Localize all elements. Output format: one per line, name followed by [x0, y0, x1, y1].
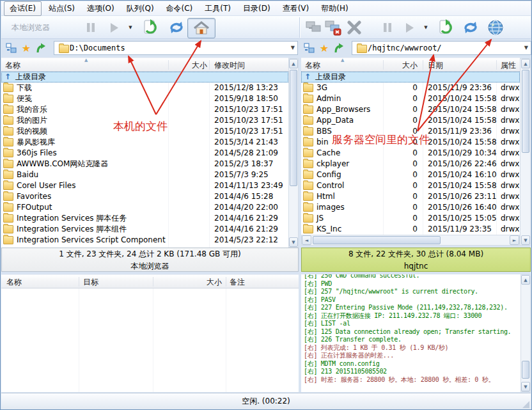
- log-scrollbar[interactable]: ▲ ▼: [520, 274, 531, 392]
- start-transfer-button[interactable]: [106, 18, 121, 37]
- remote-compare-icon[interactable]: [303, 42, 316, 54]
- file-row[interactable]: ↑上级目录: [1, 72, 288, 83]
- log-panel[interactable]: [右] 250 CWD command successful.[右] PWD[右…: [301, 274, 520, 392]
- menu-item[interactable]: 帮助(H): [316, 2, 353, 15]
- disconnect-site-button[interactable]: [324, 18, 343, 37]
- chevron-down-icon[interactable]: ▼: [291, 45, 295, 51]
- file-row[interactable]: images02015/10/26 16:40drwx: [301, 202, 520, 213]
- local-file-list[interactable]: ↑上级目录下载2015/12/8 13:23便笺2015/9/18 18:50我…: [1, 72, 288, 248]
- file-row[interactable]: Control02015/10/24 15:58drwx: [301, 180, 520, 191]
- local-compare-icon[interactable]: [5, 42, 18, 54]
- column-header[interactable]: 属性: [501, 60, 516, 71]
- column-header[interactable]: 名称: [305, 60, 320, 71]
- local-list-scrollbar[interactable]: ▲ ▼: [288, 58, 299, 248]
- file-row[interactable]: Integration Services 脚本任务2014/4/16 21:29: [1, 213, 288, 224]
- column-header[interactable]: 日期: [428, 60, 443, 71]
- file-row[interactable]: Favorites2014/4/6 15:28: [1, 191, 288, 202]
- column-header[interactable]: 大小: [174, 60, 207, 71]
- scroll-up-icon[interactable]: ▲: [521, 275, 530, 285]
- file-row[interactable]: App_Browsers02015/10/24 15:58drwx: [301, 104, 520, 115]
- file-row[interactable]: Baidu2015/7/3 9:25: [1, 170, 288, 180]
- file-row[interactable]: Corel User Files2014/11/13 23:49: [1, 180, 288, 191]
- menu-item[interactable]: 队列(Q): [121, 2, 159, 15]
- scroll-right-icon[interactable]: ►: [510, 235, 519, 245]
- file-row[interactable]: KS_Inc02015/11/9 23:35drwx: [301, 224, 520, 235]
- scroll-down-icon[interactable]: ▼: [289, 237, 298, 247]
- remote-transfer-button[interactable]: [436, 18, 458, 37]
- folder-icon: [3, 138, 13, 146]
- scroll-down-icon[interactable]: ▼: [521, 382, 530, 391]
- remote-browser-button[interactable]: [485, 18, 506, 37]
- menu-item[interactable]: 目录(D): [238, 2, 276, 15]
- local-path-combobox[interactable]: D:\Documents ▼: [54, 41, 298, 55]
- scrollbar-thumb[interactable]: [522, 70, 529, 153]
- file-row[interactable]: App_Data02015/10/24 15:58drwx: [301, 115, 520, 126]
- file-size: 0: [384, 180, 418, 191]
- menu-item[interactable]: 站点(S): [43, 2, 80, 15]
- transfer-queue-button[interactable]: [141, 18, 162, 37]
- file-row[interactable]: JS02015/10/25 15:05drwx: [301, 213, 520, 224]
- pause-queue-button[interactable]: [83, 18, 98, 37]
- local-up-dir-icon[interactable]: [35, 42, 47, 54]
- file-row[interactable]: 3G02015/11/9 23:36drwx: [301, 83, 520, 93]
- remote-path-combobox[interactable]: /hqjtnc/wwwroot/ ▼: [352, 41, 531, 55]
- queue-header[interactable]: 名称目标大小备注: [1, 274, 299, 288]
- remote-hscrollbar[interactable]: ◄ ►: [301, 235, 520, 246]
- column-header[interactable]: 备注: [230, 277, 245, 288]
- file-row[interactable]: FFOutput2014/4/20 22:00: [1, 202, 288, 213]
- menu-item[interactable]: 工具(T): [199, 2, 236, 15]
- scroll-up-icon[interactable]: ▲: [289, 59, 298, 68]
- remote-file-list[interactable]: ↑上级目录3G02015/11/9 23:36drwxAdmin02015/10…: [301, 72, 520, 235]
- scrollbar-thumb[interactable]: [313, 236, 441, 244]
- remote-list-scrollbar[interactable]: ▲ ▼: [520, 58, 531, 246]
- local-favorites-icon[interactable]: ★: [20, 42, 33, 54]
- abort-button[interactable]: [344, 18, 364, 37]
- column-header[interactable]: 目标: [83, 277, 98, 288]
- column-header[interactable]: 大小: [180, 277, 222, 288]
- file-row[interactable]: 暴风影视库2015/3/14 21:43: [1, 137, 288, 148]
- menu-item[interactable]: 查看(V): [278, 2, 315, 15]
- scroll-up-icon[interactable]: ▲: [521, 59, 530, 68]
- file-row[interactable]: Cache02015/10/29 10:34drwx: [301, 148, 520, 159]
- refresh-local-button[interactable]: [166, 18, 187, 37]
- column-header[interactable]: 名称: [5, 60, 20, 71]
- column-header[interactable]: 名称: [6, 277, 22, 288]
- column-header[interactable]: 大小: [384, 60, 418, 71]
- file-row[interactable]: Integration Services Script Component201…: [1, 235, 288, 246]
- scrollbar-thumb[interactable]: [522, 361, 529, 379]
- remote-favorites-icon[interactable]: ★: [318, 42, 331, 54]
- remote-transfer-dropdown[interactable]: ▼: [422, 18, 430, 37]
- remote-list-header[interactable]: 名称大小日期属性▲: [301, 58, 520, 72]
- remote-pause-button[interactable]: [380, 18, 395, 37]
- queue-list[interactable]: [1, 288, 299, 392]
- menu-item[interactable]: 会话(E): [4, 1, 42, 16]
- transfer-options-dropdown[interactable]: ▼: [127, 18, 134, 37]
- menu-item[interactable]: 命令(C): [161, 2, 198, 15]
- scrollbar-thumb[interactable]: [290, 70, 297, 186]
- file-row[interactable]: ckplayer02015/10/26 22:46drwx: [301, 159, 520, 170]
- file-row[interactable]: 便笺2015/9/18 18:50: [1, 93, 288, 104]
- scroll-left-icon[interactable]: ◄: [302, 235, 311, 245]
- file-row[interactable]: Admin02015/10/24 15:58drwx: [301, 93, 520, 104]
- file-row[interactable]: AWWWB.COM网站克隆器2015/2/3 18:37: [1, 159, 288, 170]
- file-date: 2014/5/23 22:12: [214, 235, 278, 246]
- chevron-down-icon[interactable]: ▼: [524, 45, 528, 51]
- file-row[interactable]: 下载2015/12/8 13:23: [1, 83, 288, 93]
- file-row[interactable]: 360js Files2014/5/28 21:09: [1, 148, 288, 159]
- home-directory-button[interactable]: [187, 18, 215, 38]
- file-row[interactable]: Config02015/10/24 16:10drwx: [301, 170, 520, 180]
- refresh-remote-button[interactable]: [460, 18, 481, 37]
- column-header[interactable]: 修改时间: [214, 60, 245, 71]
- file-row[interactable]: 我的音乐2015/10/23 17:51: [1, 104, 288, 115]
- scroll-down-icon[interactable]: ▼: [521, 235, 530, 245]
- file-row[interactable]: ↑上级目录: [301, 72, 520, 83]
- remote-up-dir-icon[interactable]: [332, 42, 345, 54]
- menu-item[interactable]: 选项(O): [82, 2, 120, 15]
- file-row[interactable]: Html02015/10/26 23:11drwx: [301, 191, 520, 202]
- local-list-header[interactable]: 名称大小修改时间▲: [1, 58, 288, 72]
- file-row[interactable]: Integration Services 脚本组件2014/4/16 21:29: [1, 224, 288, 235]
- connect-button[interactable]: [304, 18, 324, 37]
- remote-start-button[interactable]: [402, 18, 417, 37]
- folder-icon: [59, 45, 69, 53]
- resize-grip[interactable]: [522, 401, 529, 408]
